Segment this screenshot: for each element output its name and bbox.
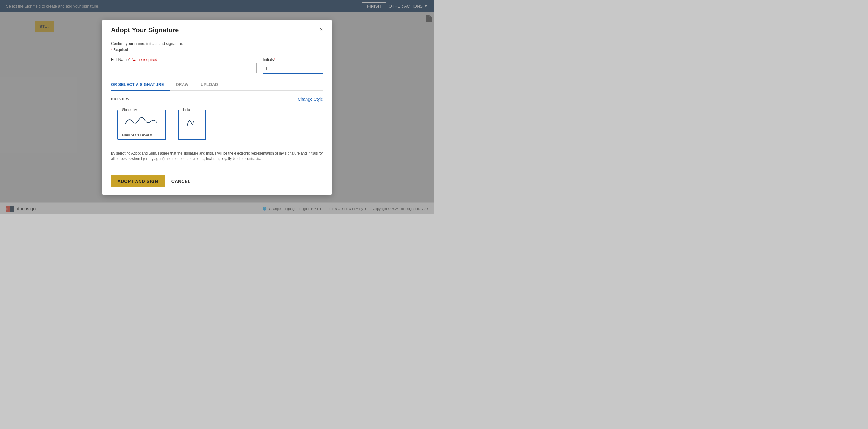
preview-label: PREVIEW: [111, 97, 130, 101]
tab-upload[interactable]: UPLOAD: [195, 79, 224, 91]
change-style-button[interactable]: Change Style: [298, 97, 323, 102]
initials-label: Initials*: [263, 57, 323, 62]
tab-select-signature[interactable]: OR SELECT A SIGNATURE: [111, 79, 170, 91]
initial-drawing: [183, 114, 201, 130]
initials-input[interactable]: [263, 63, 323, 73]
signature-drawing: [122, 114, 161, 130]
preview-row: PREVIEW Change Style: [111, 97, 323, 102]
modal-title: Adopt Your Signature: [111, 26, 179, 34]
initial-label: Initial: [182, 108, 192, 111]
signed-by-box: Signed by: 608D7437EC854E8...: [117, 110, 166, 140]
background-page: Select the Sign field to create and add …: [0, 0, 434, 214]
initials-group: Initials*: [263, 57, 323, 73]
close-button[interactable]: ×: [319, 26, 323, 32]
full-name-group: Full Name* Name required: [111, 57, 257, 73]
initials-star: *: [274, 57, 276, 62]
modal-header: Adopt Your Signature ×: [102, 20, 332, 39]
sig-id-text: 608D7437EC854E8...: [122, 133, 161, 137]
full-name-error: Name required: [130, 57, 157, 62]
required-label: Required: [113, 47, 128, 52]
signed-by-label: Signed by:: [121, 108, 139, 111]
full-name-label: Full Name* Name required: [111, 57, 257, 62]
modal-overlay: Adopt Your Signature × Confirm your name…: [0, 0, 434, 214]
signature-tabs: OR SELECT A SIGNATURE DRAW UPLOAD: [111, 79, 323, 91]
signature-preview-box: Signed by: 608D7437EC854E8... Initial: [111, 104, 323, 145]
adopt-signature-modal: Adopt Your Signature × Confirm your name…: [102, 20, 332, 195]
adopt-and-sign-button[interactable]: ADOPT AND SIGN: [111, 175, 165, 187]
cancel-button[interactable]: CANCEL: [169, 175, 193, 187]
full-name-input[interactable]: [111, 63, 257, 73]
confirm-text: Confirm your name, initials and signatur…: [111, 41, 323, 46]
legal-text: By selecting Adopt and Sign, I agree tha…: [111, 151, 323, 162]
modal-footer: ADOPT AND SIGN CANCEL: [102, 175, 332, 195]
tab-draw[interactable]: DRAW: [170, 79, 195, 91]
required-note: * Required: [111, 47, 323, 52]
form-row: Full Name* Name required Initials*: [111, 57, 323, 73]
initial-box: Initial: [178, 110, 206, 140]
required-star: *: [111, 47, 113, 52]
modal-body: Confirm your name, initials and signatur…: [102, 39, 332, 175]
